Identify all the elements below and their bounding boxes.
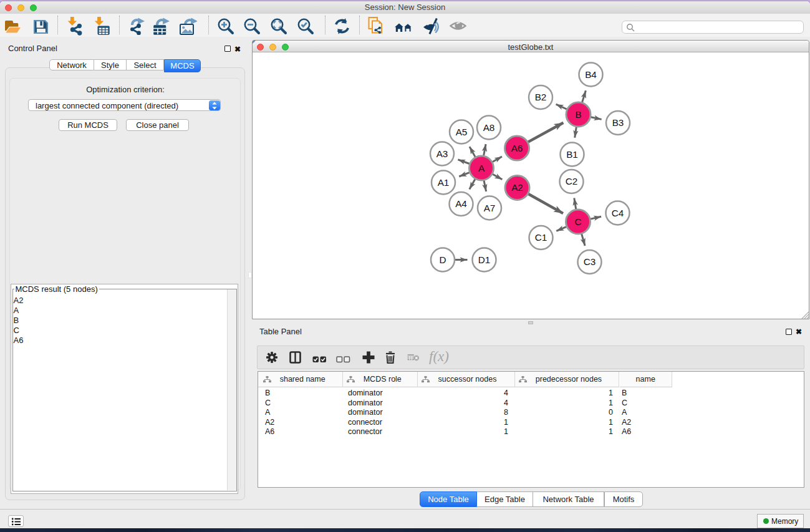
- svg-text:C4: C4: [612, 208, 624, 218]
- svg-text:C: C: [574, 216, 581, 227]
- svg-text:C3: C3: [584, 256, 596, 267]
- svg-text:A: A: [478, 163, 485, 173]
- svg-text:B2: B2: [535, 92, 547, 102]
- svg-text:A6: A6: [511, 143, 523, 153]
- svg-text:D1: D1: [478, 254, 491, 265]
- svg-text:D: D: [439, 254, 446, 265]
- svg-text:A4: A4: [455, 198, 467, 209]
- svg-text:C1: C1: [535, 232, 547, 243]
- svg-text:A3: A3: [436, 148, 448, 159]
- svg-text:A1: A1: [438, 177, 450, 188]
- svg-text:B: B: [575, 109, 581, 120]
- svg-text:C2: C2: [566, 176, 578, 186]
- svg-text:B4: B4: [585, 69, 597, 80]
- svg-text:A5: A5: [456, 127, 468, 137]
- svg-text:A2: A2: [511, 182, 523, 193]
- svg-text:B1: B1: [566, 149, 578, 160]
- svg-text:A8: A8: [483, 122, 495, 133]
- svg-text:A7: A7: [484, 203, 496, 213]
- svg-text:B3: B3: [612, 117, 624, 128]
